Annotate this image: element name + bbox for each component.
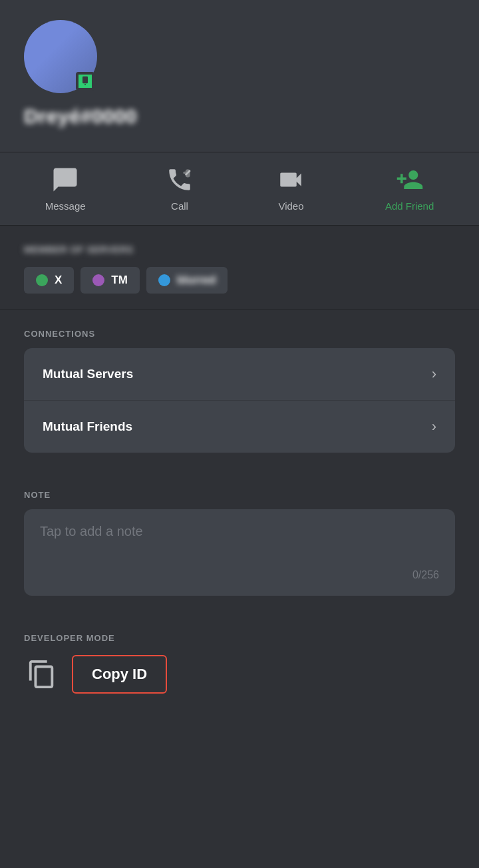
tag-label-tm: TM — [111, 274, 128, 287]
tag-dot-blurred — [158, 274, 170, 286]
connections-card: Mutual Servers › Mutual Friends › — [24, 348, 455, 453]
call-label: Call — [171, 200, 188, 212]
tag-chip-x[interactable]: X — [24, 267, 74, 294]
note-counter: 0/256 — [40, 569, 439, 581]
avatar-status-indicator — [76, 72, 94, 91]
copy-id-label: Copy ID — [92, 666, 147, 682]
connections-label: CONNECTIONS — [24, 329, 455, 339]
mutual-friends-item[interactable]: Mutual Friends › — [24, 401, 455, 453]
profile-top-section: Dreyé#0000 — [0, 0, 479, 152]
video-label: Video — [278, 200, 303, 212]
note-section: NOTE Tap to add a note 0/256 — [0, 471, 479, 596]
tags-row: X TM blurred — [24, 267, 455, 294]
call-icon — [162, 166, 197, 194]
tag-dot-tm — [92, 274, 104, 286]
tag-chip-blurred[interactable]: blurred — [146, 267, 228, 294]
action-bar: Message Call Video Add Friend — [0, 152, 479, 226]
call-button[interactable]: Call — [162, 166, 197, 212]
add-friend-icon — [393, 166, 427, 194]
svg-point-1 — [84, 84, 86, 85]
tag-chip-tm[interactable]: TM — [80, 267, 140, 294]
note-label: NOTE — [24, 490, 455, 500]
message-button[interactable]: Message — [45, 166, 86, 212]
chevron-right-icon-2: › — [432, 418, 436, 435]
username-display: Dreyé#0000 — [24, 105, 455, 128]
add-friend-label: Add Friend — [385, 200, 434, 212]
roles-section-label: MEMBER OF SERVERS — [24, 244, 455, 255]
tag-label-x: X — [55, 274, 62, 287]
message-icon — [48, 166, 82, 194]
avatar — [24, 20, 97, 93]
developer-mode-label: DEVELOPER MODE — [24, 633, 455, 643]
add-friend-button[interactable]: Add Friend — [385, 166, 434, 212]
mutual-friends-text: Mutual Friends — [43, 419, 132, 434]
tag-dot-x — [36, 274, 48, 286]
copy-id-text-box: Copy ID — [72, 655, 167, 694]
tag-label-blurred: blurred — [177, 274, 216, 287]
copy-icon — [24, 656, 60, 692]
developer-mode-section: DEVELOPER MODE Copy ID — [0, 614, 479, 694]
mutual-servers-item[interactable]: Mutual Servers › — [24, 348, 455, 401]
video-icon — [273, 166, 308, 194]
connections-section: CONNECTIONS Mutual Servers › Mutual Frie… — [0, 310, 479, 453]
message-label: Message — [45, 200, 86, 212]
main-content: MEMBER OF SERVERS X TM blurred CONNECTIO… — [0, 226, 479, 694]
svg-rect-0 — [82, 77, 88, 84]
chevron-right-icon: › — [432, 365, 436, 383]
note-textarea-wrapper[interactable]: Tap to add a note 0/256 — [24, 509, 455, 596]
copy-id-button[interactable]: Copy ID — [24, 655, 167, 694]
note-placeholder: Tap to add a note — [40, 524, 439, 539]
roles-section: MEMBER OF SERVERS X TM blurred — [0, 226, 479, 310]
video-button[interactable]: Video — [273, 166, 308, 212]
mutual-servers-text: Mutual Servers — [43, 367, 133, 381]
avatar-row — [24, 20, 455, 93]
